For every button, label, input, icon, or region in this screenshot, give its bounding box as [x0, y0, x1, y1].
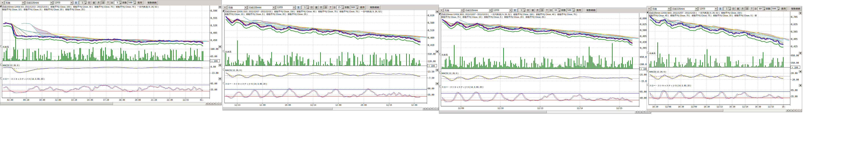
scrollbar-track[interactable] [439, 110, 634, 113]
chevron-down-icon[interactable]: ▼ [292, 6, 296, 9]
chevron-down-icon[interactable]: ▼ [22, 1, 25, 4]
monthly-button[interactable]: 月 [96, 1, 101, 5]
chevron-down-icon[interactable]: ▼ [272, 6, 275, 9]
scroll-left-button[interactable]: ◄ [423, 107, 425, 110]
chart-option-button[interactable]: ▪ [219, 102, 221, 105]
pane-resize-handle[interactable] [1, 6, 2, 66]
bar-count-input[interactable]: 500◢ [566, 8, 575, 12]
zoom-out-button[interactable]: ▼ [213, 102, 216, 105]
spinner-icon[interactable]: ◢ [133, 1, 135, 4]
pane-resize-handle[interactable] [439, 13, 441, 55]
market-select[interactable]: 先物▼ [444, 8, 464, 12]
section-menu-button[interactable] [799, 84, 802, 87]
zoom-in-button[interactable]: ▲ [791, 109, 794, 112]
ashi-button[interactable]: 足 [513, 8, 517, 12]
scrollbar-thumb[interactable] [647, 109, 723, 112]
minute-chart-button[interactable]: 分 [101, 1, 105, 5]
minute-input[interactable]: 15◢ [336, 5, 344, 9]
tick-chart-button[interactable]: T [106, 1, 110, 5]
spinner-icon[interactable]: ◢ [356, 6, 358, 9]
pane-resize-handle[interactable] [439, 13, 441, 73]
zoom-out-button[interactable]: ▼ [794, 109, 797, 112]
bar-count-input[interactable]: 500◢ [350, 5, 358, 9]
scroll-left-button[interactable]: ◄ [786, 109, 788, 112]
bar-count-input[interactable]: 500◢ [127, 1, 136, 4]
minute-chart-button[interactable]: 分 [540, 8, 544, 12]
section-menu-button[interactable] [436, 82, 439, 85]
zoom-in-button[interactable]: ▲ [640, 110, 643, 113]
section-menu-button[interactable] [218, 6, 221, 8]
scrollbar-thumb[interactable] [1, 102, 113, 105]
chart-option-button[interactable]: ▪ [436, 107, 438, 110]
minute-input[interactable]: 60◢ [757, 7, 765, 10]
chevron-down-icon[interactable]: ▼ [509, 8, 512, 12]
section-menu-button[interactable] [436, 69, 439, 71]
bar-number-input[interactable]: 1◢ [79, 1, 87, 4]
bar-number-input[interactable]: 1◢ [518, 8, 525, 12]
window-menu-button[interactable]: ▼ [223, 5, 227, 9]
monthly-button[interactable]: 月 [535, 8, 539, 12]
chevron-down-icon[interactable]: ▼ [489, 8, 492, 12]
zoom-out-button[interactable]: ▼ [643, 110, 646, 113]
ashi-button[interactable]: 足 [296, 5, 301, 9]
symbol-select[interactable]: 日経225mini▼ [25, 1, 53, 5]
scrollbar-track[interactable] [647, 109, 785, 112]
spinner-icon[interactable]: ◢ [572, 9, 575, 12]
apply-button[interactable]: 適用 [780, 7, 787, 11]
pane-resize-handle[interactable] [223, 11, 224, 70]
window-menu-button[interactable]: ▼ [1, 1, 4, 4]
pane-resize-handle[interactable] [647, 12, 649, 72]
chart-option-button[interactable]: ▪ [799, 109, 802, 112]
chevron-down-icon[interactable]: ▼ [461, 8, 464, 12]
pane-resize-handle[interactable] [647, 12, 649, 53]
pane-resize-handle[interactable] [1, 6, 2, 79]
chart-option-button[interactable]: ▪ [797, 109, 799, 112]
chevron-down-icon[interactable]: ▼ [50, 1, 53, 4]
bar-number-input[interactable]: 1◢ [301, 5, 309, 9]
spinner-icon[interactable]: ◢ [306, 6, 309, 9]
multi-symbol-button[interactable]: 複数銘柄 [585, 8, 597, 12]
section-menu-button[interactable] [436, 50, 439, 53]
minute-chart-button[interactable]: 分 [745, 7, 749, 11]
zoom-in-button[interactable]: ▲ [428, 107, 431, 110]
chart-option-button[interactable]: ▪ [433, 107, 436, 110]
section-menu-button[interactable] [218, 64, 221, 67]
symbol-select[interactable]: 日経225mini▼ [248, 5, 275, 9]
pane-resize-handle[interactable] [223, 11, 224, 52]
scroll-right-button[interactable]: ► [788, 109, 791, 112]
spinner-icon[interactable]: ◢ [119, 1, 121, 4]
symbol-select[interactable]: 日経225mini▼ [464, 8, 492, 12]
tick-chart-button[interactable]: T [329, 5, 333, 9]
apply-button[interactable]: 適用 [575, 8, 582, 12]
scroll-right-button[interactable]: ► [208, 102, 211, 105]
zoom-out-button[interactable]: ▼ [431, 107, 433, 110]
chart-option-button[interactable]: ▪ [216, 102, 219, 105]
spinner-icon[interactable]: ◢ [558, 9, 560, 12]
weekly-button[interactable]: 週 [736, 7, 740, 11]
minute-input[interactable]: 5◢ [114, 1, 121, 4]
scroll-left-button[interactable]: ◄ [635, 110, 638, 113]
chevron-down-icon[interactable]: ▼ [695, 7, 698, 10]
contract-month-select[interactable]: 12/03▼ [54, 1, 73, 5]
ashi-button[interactable]: 足 [74, 1, 78, 5]
spinner-icon[interactable]: ◢ [777, 7, 779, 10]
window-menu-button[interactable]: ▼ [647, 7, 651, 10]
pane-resize-handle[interactable] [647, 12, 649, 86]
market-select[interactable]: 先物▼ [5, 1, 25, 5]
spinner-icon[interactable]: ◢ [763, 7, 765, 10]
chevron-down-icon[interactable]: ▼ [714, 7, 717, 10]
section-menu-button[interactable] [799, 70, 802, 73]
weekly-button[interactable]: 週 [314, 5, 318, 9]
daily-button[interactable]: 日 [87, 1, 91, 5]
bar-number-input[interactable]: 1◢ [723, 7, 731, 10]
minute-chart-button[interactable]: 分 [324, 5, 328, 9]
scroll-left-button[interactable]: ◄ [206, 102, 208, 105]
scrollbar-thumb[interactable] [223, 107, 333, 110]
pane-resize-handle[interactable] [223, 11, 224, 84]
daily-button[interactable]: 日 [526, 8, 530, 12]
section-menu-button[interactable] [799, 12, 802, 14]
market-select[interactable]: 先物▼ [227, 5, 247, 9]
bar-count-input[interactable]: 500◢ [771, 7, 779, 10]
spinner-icon[interactable]: ◢ [341, 6, 344, 9]
section-menu-button[interactable] [436, 10, 439, 13]
